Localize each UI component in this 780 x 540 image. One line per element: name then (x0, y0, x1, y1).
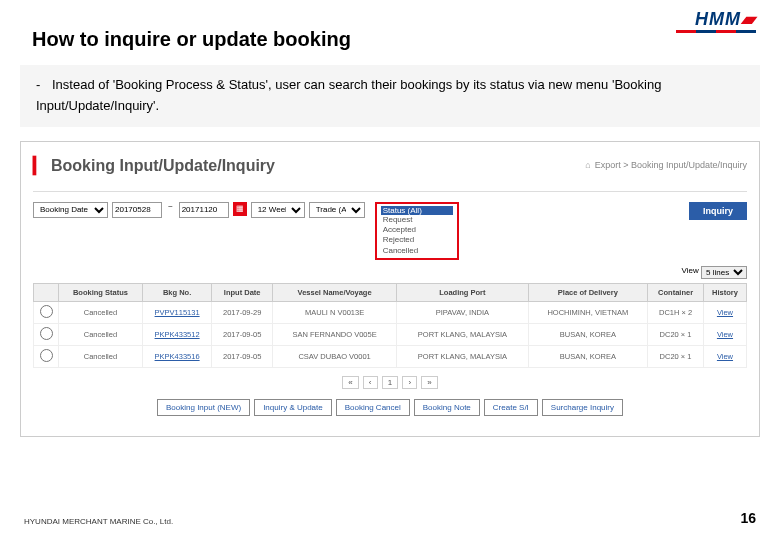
cell-history-link[interactable]: View (703, 346, 746, 368)
home-icon: ⌂ (585, 160, 590, 170)
booking-panel: ▎Booking Input/Update/Inquiry ⌂Export > … (20, 141, 760, 438)
status-listbox[interactable]: Status (All) Request Accepted Rejected C… (375, 202, 459, 261)
cell-history-link[interactable]: View (703, 324, 746, 346)
calendar-icon[interactable]: ▦ (233, 202, 247, 216)
pager-first[interactable]: « (342, 376, 358, 389)
action-button[interactable]: Surcharge Inquiry (542, 399, 623, 416)
booking-table: Booking StatusBkg No.Input DateVessel Na… (33, 283, 747, 368)
column-header: Vessel Name/Voyage (272, 284, 396, 302)
cell-container: DC1H × 2 (648, 302, 704, 324)
column-header: Bkg No. (142, 284, 212, 302)
cell-delivery: BUSAN, KOREA (528, 324, 648, 346)
cell-status: Cancelled (59, 324, 143, 346)
breadcrumb[interactable]: ⌂Export > Booking Input/Update/Inquiry (585, 160, 747, 170)
brand-logo: HMM▰ (695, 8, 756, 30)
view-lines-select[interactable]: 5 lines (701, 266, 747, 279)
table-row: CancelledPKPK4335162017-09-05CSAV DUBAO … (34, 346, 747, 368)
column-header: Place of Delivery (528, 284, 648, 302)
instruction-note: -Instead of 'Booking Process & Status', … (20, 65, 760, 127)
column-header: Booking Status (59, 284, 143, 302)
cell-status: Cancelled (59, 302, 143, 324)
inquiry-button[interactable]: Inquiry (689, 202, 747, 220)
cell-history-link[interactable]: View (703, 302, 746, 324)
weeks-select[interactable]: 12 Weeks (251, 202, 305, 218)
action-button-row: Booking Input (NEW)Inquiry & UpdateBooki… (33, 399, 747, 416)
cell-port: PORT KLANG, MALAYSIA (397, 346, 528, 368)
column-header: Loading Port (397, 284, 528, 302)
cell-port: PORT KLANG, MALAYSIA (397, 324, 528, 346)
action-button[interactable]: Booking Note (414, 399, 480, 416)
date-mode-select[interactable]: Booking Date (33, 202, 108, 218)
view-label: View (682, 266, 699, 279)
cell-date: 2017-09-05 (212, 346, 272, 368)
cell-container: DC20 × 1 (648, 346, 704, 368)
cell-delivery: HOCHIMINH, VIETNAM (528, 302, 648, 324)
status-option[interactable]: Rejected (381, 235, 453, 245)
table-row: CancelledPVPV1151312017-09-29MAULI N V00… (34, 302, 747, 324)
cell-bkg-link[interactable]: PKPK433516 (142, 346, 212, 368)
column-header: Input Date (212, 284, 272, 302)
pager-page[interactable]: 1 (382, 376, 398, 389)
cell-vessel: MAULI N V0013E (272, 302, 396, 324)
column-header: History (703, 284, 746, 302)
date-from-input[interactable] (112, 202, 162, 218)
row-radio[interactable] (40, 349, 53, 362)
trade-select[interactable]: Trade (All) (309, 202, 365, 218)
panel-title: ▎Booking Input/Update/Inquiry (33, 156, 275, 175)
status-selected[interactable]: Status (All) (381, 206, 453, 215)
pager-prev[interactable]: ‹ (363, 376, 378, 389)
cell-vessel: SAN FERNANDO V005E (272, 324, 396, 346)
table-row: CancelledPKPK4335122017-09-05SAN FERNAND… (34, 324, 747, 346)
column-header: Container (648, 284, 704, 302)
action-button[interactable]: Create S/I (484, 399, 538, 416)
date-separator: ~ (166, 202, 175, 211)
logo-accent-icon: ▰ (741, 9, 756, 29)
pager-next[interactable]: › (402, 376, 417, 389)
action-button[interactable]: Booking Cancel (336, 399, 410, 416)
cell-container: DC20 × 1 (648, 324, 704, 346)
cell-port: PIPAVAV, INDIA (397, 302, 528, 324)
footer-company: HYUNDAI MERCHANT MARINE Co., Ltd. (24, 517, 173, 526)
row-radio[interactable] (40, 327, 53, 340)
cell-bkg-link[interactable]: PKPK433512 (142, 324, 212, 346)
pager-last[interactable]: » (421, 376, 437, 389)
action-button[interactable]: Inquiry & Update (254, 399, 332, 416)
slide-title: How to inquire or update booking (0, 0, 780, 59)
cell-status: Cancelled (59, 346, 143, 368)
title-bar-icon: ▎ (33, 157, 45, 174)
cell-vessel: CSAV DUBAO V0001 (272, 346, 396, 368)
cell-bkg-link[interactable]: PVPV115131 (142, 302, 212, 324)
row-radio[interactable] (40, 305, 53, 318)
status-option[interactable]: Cancelled (381, 246, 453, 256)
action-button[interactable]: Booking Input (NEW) (157, 399, 250, 416)
pager: « ‹ 1 › » (33, 376, 747, 389)
column-header (34, 284, 59, 302)
status-option[interactable]: Accepted (381, 225, 453, 235)
logo-underline (676, 30, 756, 33)
status-option[interactable]: Request (381, 215, 453, 225)
filter-row: Booking Date ~ ▦ 12 Weeks Trade (All) St… (33, 191, 747, 261)
cell-delivery: BUSAN, KOREA (528, 346, 648, 368)
cell-date: 2017-09-05 (212, 324, 272, 346)
footer-page-number: 16 (740, 510, 756, 526)
date-to-input[interactable] (179, 202, 229, 218)
cell-date: 2017-09-29 (212, 302, 272, 324)
